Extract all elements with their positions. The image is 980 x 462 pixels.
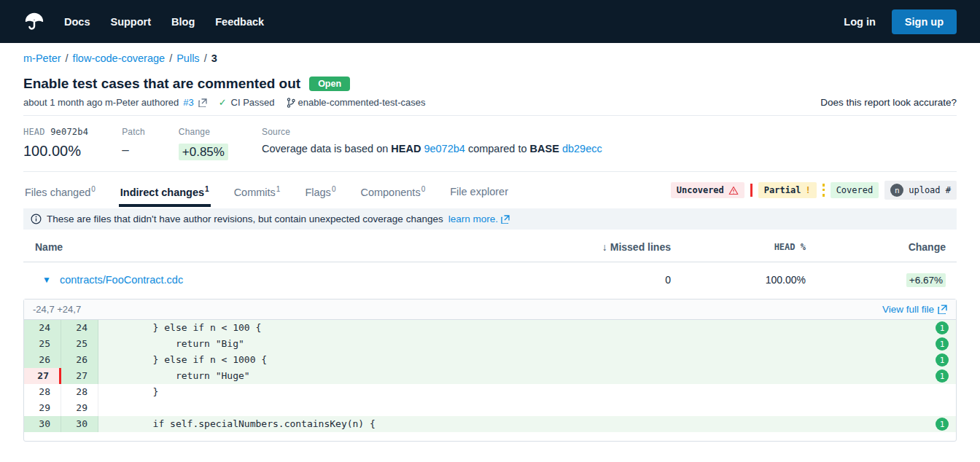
coverage-stats: HEAD 9e072b4 100.00% Patch – Change +0.8… <box>23 116 957 171</box>
banner-text: These are files that didn't have author … <box>47 214 443 224</box>
breadcrumb-repo[interactable]: flow-code-coverage <box>73 52 166 64</box>
tab-flags[interactable]: Flags0 <box>303 181 337 207</box>
code-line <box>98 400 956 416</box>
tab-components[interactable]: Components0 <box>359 181 427 207</box>
branch-name: enable-commented-test-cases <box>298 97 426 108</box>
code-line: } <box>98 384 956 400</box>
breadcrumb-separator: / <box>204 52 207 64</box>
tab-count: 0 <box>91 185 96 193</box>
column-missed-lines[interactable]: ↓ Missed lines <box>547 241 671 253</box>
stat-head: HEAD 9e072b4 100.00% <box>23 127 88 160</box>
code-line: } else if n < 1000 { <box>98 352 956 368</box>
base-line-number: 25 <box>24 336 61 352</box>
code-line: return "Big" <box>98 336 956 352</box>
legend-partial-label: Partial <box>764 185 801 195</box>
codecov-umbrella-logo-icon[interactable] <box>23 11 45 33</box>
info-circle-icon <box>31 214 42 224</box>
branch-wrap: enable-commented-test-cases <box>287 97 426 108</box>
base-hash-link[interactable]: db29ecc <box>562 143 602 154</box>
stat-change: Change +0.85% <box>179 127 228 160</box>
change-label: Change <box>179 127 228 137</box>
ci-check-icon: ✓ <box>219 97 227 108</box>
base-line-number: 24 <box>24 320 61 336</box>
tab-file-explorer[interactable]: File explorer <box>448 181 510 207</box>
file-change-value: +6.67% <box>906 273 946 287</box>
tab-files-changed[interactable]: Files changed0 <box>23 181 97 207</box>
tab-commits[interactable]: Commits1 <box>233 181 282 207</box>
head-label: HEAD <box>774 242 796 252</box>
hit-count-badge[interactable]: 1 <box>936 353 949 367</box>
nav-link-docs[interactable]: Docs <box>64 16 90 28</box>
code-line: } else if n < 100 { <box>98 320 956 336</box>
head-coverage-value: 100.00% <box>23 143 88 160</box>
head-line-number: 30 <box>61 416 98 432</box>
tab-count: 0 <box>332 185 336 193</box>
tab-count: 0 <box>421 185 426 193</box>
nav-link-blog[interactable]: Blog <box>171 16 195 28</box>
tab-label: Indirect changes <box>120 187 204 198</box>
legend-upload-label: upload # <box>909 185 951 195</box>
nav-link-feedback[interactable]: Feedback <box>215 16 264 28</box>
diff-filler <box>24 432 956 441</box>
code-line: if self.specialNumbers.containsKey(n) { <box>98 416 956 432</box>
column-head-pct[interactable]: HEAD % <box>671 242 806 252</box>
pull-status-badge: Open <box>309 77 350 91</box>
hit-count-badge[interactable]: 1 <box>936 321 949 334</box>
files-table-header: Name ↓ Missed lines HEAD % Change <box>23 230 957 262</box>
breadcrumb-separator: / <box>169 52 172 64</box>
file-missed-lines: 0 <box>547 274 671 286</box>
nav-link-support[interactable]: Support <box>110 16 151 28</box>
hit-count-badge[interactable]: 1 <box>936 337 949 351</box>
tab-count: 1 <box>276 185 281 193</box>
pull-title: Enable test cases that are commented out <box>23 76 300 92</box>
patch-value: – <box>122 143 145 157</box>
breadcrumb-pulls[interactable]: Pulls <box>176 52 199 64</box>
diff-viewer: -24,7 +24,7 View full file 2424 } else i… <box>23 299 957 442</box>
source-text-2: compared to <box>465 143 530 154</box>
source-head-word: HEAD <box>391 143 421 154</box>
coverage-legend: Uncovered Partial ! Covered n upload # <box>671 181 957 207</box>
column-name[interactable]: Name <box>23 241 547 253</box>
signup-button[interactable]: Sign up <box>892 9 957 34</box>
breadcrumb-pull-number: 3 <box>211 52 217 64</box>
view-full-file-label: View full file <box>882 304 934 315</box>
hit-count-badge[interactable]: 1 <box>936 418 949 431</box>
legend-partial-chip: Partial ! <box>758 182 817 198</box>
file-head-coverage: 100.00% <box>671 274 806 286</box>
hit-count-badge[interactable]: 1 <box>936 369 949 383</box>
diff-rows: 2424 } else if n < 100 {12525 return "Bi… <box>24 320 956 432</box>
tab-label: Files changed <box>25 187 90 198</box>
legend-covered-chip: Covered <box>831 182 879 198</box>
external-link-icon[interactable] <box>198 98 207 107</box>
diff-line-29: 2929 <box>24 400 956 416</box>
file-link[interactable]: contracts/FooContract.cdc <box>60 274 183 286</box>
breadcrumb-owner[interactable]: m-Peter <box>23 52 61 64</box>
stat-source: Source Coverage data is based on HEAD 9e… <box>262 127 602 160</box>
pr-number-link[interactable]: #3 <box>183 97 193 108</box>
learn-more-link[interactable]: learn more. <box>448 214 510 224</box>
head-line-number: 26 <box>61 352 98 368</box>
pull-title-row: Enable test cases that are commented out… <box>23 76 957 92</box>
sort-arrow-icon: ↓ <box>602 241 607 253</box>
login-link[interactable]: Log in <box>844 16 876 28</box>
file-cell: ▼ contracts/FooContract.cdc <box>23 274 547 286</box>
code-line: return "Huge" <box>98 368 956 384</box>
uncovered-bar-swatch <box>750 184 752 197</box>
legend-upload-chip: n upload # <box>884 181 957 200</box>
head-hash-link[interactable]: 9e072b4 <box>424 143 464 154</box>
tabs-row: Files changed0Indirect changes1Commits1F… <box>23 171 957 207</box>
tab-label: Components <box>360 187 420 198</box>
legend-uncovered-chip: Uncovered <box>671 182 744 198</box>
view-full-file-link[interactable]: View full file <box>882 304 947 315</box>
chevron-down-icon[interactable]: ▼ <box>42 275 51 285</box>
pull-authored-text: about 1 month ago m-Peter authored <box>23 97 179 108</box>
tab-count: 1 <box>205 185 209 193</box>
indirect-changes-banner: These are files that didn't have author … <box>23 208 957 230</box>
column-change[interactable]: Change <box>806 241 946 253</box>
upload-count-icon: n <box>890 184 903 197</box>
tab-label: File explorer <box>450 186 508 197</box>
navbar: Docs Support Blog Feedback Log in Sign u… <box>0 0 980 43</box>
git-branch-icon <box>287 98 295 108</box>
report-accuracy-prompt[interactable]: Does this report look accurate? <box>820 97 957 108</box>
tab-indirect-changes[interactable]: Indirect changes1 <box>119 181 211 207</box>
